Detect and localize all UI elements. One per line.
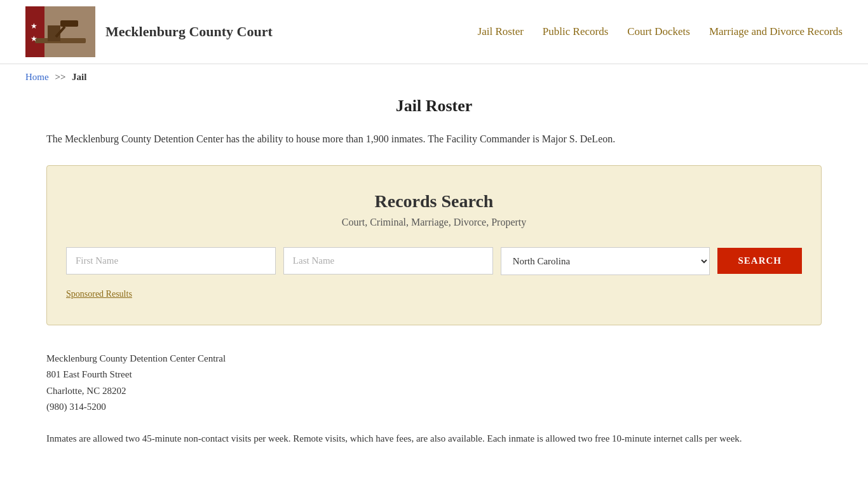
nav-jail-roster[interactable]: Jail Roster xyxy=(478,25,524,38)
address-section: Mecklenburg County Detention Center Cent… xyxy=(46,351,822,416)
search-button[interactable]: SEARCH xyxy=(717,248,802,274)
address-line3: Charlotte, NC 28202 xyxy=(46,383,822,400)
svg-text:★: ★ xyxy=(31,34,37,43)
breadcrumb-current: Jail xyxy=(72,72,86,82)
sponsored-results-link[interactable]: Sponsored Results xyxy=(66,288,802,299)
nav-marriage-divorce[interactable]: Marriage and Divorce Records xyxy=(709,25,843,38)
main-nav: Jail Roster Public Records Court Dockets… xyxy=(478,25,843,38)
page-title: Jail Roster xyxy=(46,97,822,116)
address-line4: (980) 314-5200 xyxy=(46,399,822,416)
site-title: Mecklenburg County Court xyxy=(105,24,273,40)
search-box-title: Records Search xyxy=(66,191,802,212)
search-box-subtitle: Court, Criminal, Marriage, Divorce, Prop… xyxy=(66,217,802,228)
first-name-input[interactable] xyxy=(66,247,276,274)
svg-text:★: ★ xyxy=(31,22,37,30)
breadcrumb-home[interactable]: Home xyxy=(25,72,49,82)
search-row: AlabamaAlaskaArizonaArkansasCaliforniaCo… xyxy=(66,247,802,275)
last-name-input[interactable] xyxy=(283,247,493,274)
nav-public-records[interactable]: Public Records xyxy=(543,25,608,38)
nav-court-dockets[interactable]: Court Dockets xyxy=(627,25,690,38)
svg-rect-1 xyxy=(25,6,44,57)
intro-text: The Mecklenburg County Detention Center … xyxy=(46,131,822,147)
address-line1: Mecklenburg County Detention Center Cent… xyxy=(46,351,822,367)
state-select[interactable]: AlabamaAlaskaArizonaArkansasCaliforniaCo… xyxy=(501,247,710,275)
site-header: ★ ★ Mecklenburg County Court Jail Roster… xyxy=(0,0,868,64)
search-box: Records Search Court, Criminal, Marriage… xyxy=(46,165,822,325)
header-left: ★ ★ Mecklenburg County Court xyxy=(25,6,273,57)
main-content: Jail Roster The Mecklenburg County Deten… xyxy=(21,90,847,472)
site-logo: ★ ★ xyxy=(25,6,95,57)
breadcrumb: Home >> Jail xyxy=(0,64,868,90)
breadcrumb-separator: >> xyxy=(55,72,65,82)
address-line2: 801 East Fourth Street xyxy=(46,367,822,383)
body-text: Inmates are allowed two 45-minute non-co… xyxy=(46,431,822,447)
svg-rect-5 xyxy=(60,20,78,27)
